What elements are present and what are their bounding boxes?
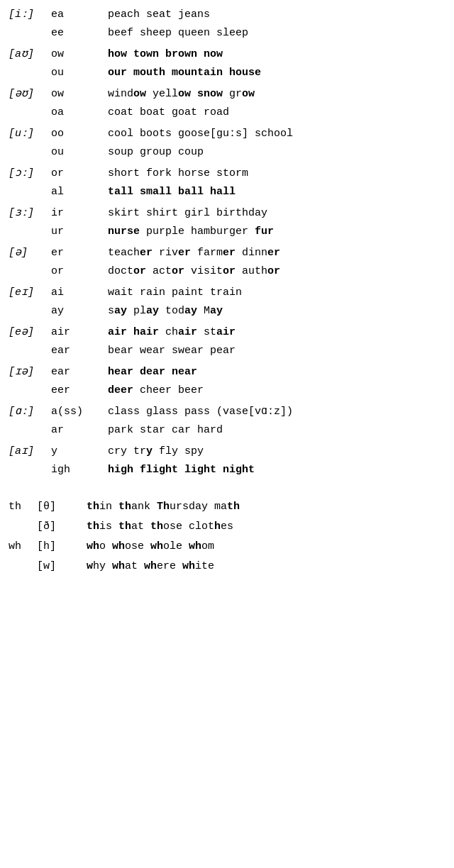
phoneme-symbol: [eə] bbox=[9, 325, 51, 338]
phoneme-symbol: [ɜː] bbox=[9, 206, 51, 219]
vowel-row: [ɜː]irskirt shirt girl birthday bbox=[9, 204, 445, 224]
spelling-pattern: al bbox=[51, 186, 108, 198]
example-words: deer cheer beer bbox=[108, 384, 445, 396]
vowel-row: [eɪ]aiwait rain paint train bbox=[9, 284, 445, 304]
vowel-row: [ɑː]a(ss)class glass pass (vase[vɑːz]) bbox=[9, 403, 445, 423]
example-words: beef sheep queen sleep bbox=[108, 27, 445, 39]
spelling-pattern: ay bbox=[51, 305, 108, 317]
vowel-row: ouour mouth mountain house bbox=[9, 65, 445, 85]
vowel-row: [uː]oocool boots goose[guːs] school bbox=[9, 125, 445, 145]
consonant-label: wh bbox=[9, 540, 37, 552]
example-words: bear wear swear pear bbox=[108, 345, 445, 357]
spelling-pattern: ea bbox=[51, 9, 108, 21]
consonant-row: th[θ]thin thank Thursday math bbox=[9, 499, 445, 519]
ipa-symbol: [w] bbox=[37, 560, 87, 572]
spelling-pattern: ou bbox=[51, 67, 108, 79]
example-words: wait rain paint train bbox=[108, 286, 445, 299]
example-words: how town brown now bbox=[108, 48, 445, 60]
phonics-table: [iː]eapeach seat jeanseebeef sheep queen… bbox=[9, 6, 445, 579]
example-words: short fork horse storm bbox=[108, 167, 445, 179]
example-words: doctor actor visitor author bbox=[108, 265, 445, 277]
example-words: soup group coup bbox=[108, 146, 445, 158]
spelling-pattern: ar bbox=[51, 424, 108, 436]
example-words: coat boat goat road bbox=[108, 106, 445, 118]
vowel-row: ordoctor actor visitor author bbox=[9, 264, 445, 284]
vowel-row: ousoup group coup bbox=[9, 145, 445, 165]
example-words: say play today May bbox=[108, 305, 445, 317]
phoneme-symbol: [ɪə] bbox=[9, 365, 51, 378]
example-words: who whose whole whom bbox=[87, 540, 445, 552]
vowel-row: [ə]erteacher river farmer dinner bbox=[9, 244, 445, 264]
spelling-pattern: air bbox=[51, 326, 108, 338]
example-words: cool boots goose[guːs] school bbox=[108, 126, 445, 140]
example-words: nurse purple hamburger fur bbox=[108, 226, 445, 238]
consonant-row: [w] why what where white bbox=[9, 559, 445, 579]
ipa-symbol: [h] bbox=[37, 540, 87, 552]
vowel-row: [iː]eapeach seat jeans bbox=[9, 6, 445, 26]
spelling-pattern: er bbox=[51, 247, 108, 259]
example-words: why what where white bbox=[87, 560, 445, 572]
example-words: tall small ball hall bbox=[108, 186, 445, 198]
consonant-label: th bbox=[9, 501, 37, 513]
vowel-section: [iː]eapeach seat jeanseebeef sheep queen… bbox=[9, 6, 445, 482]
vowel-row: [eə]airair hair chair stair bbox=[9, 323, 445, 343]
phoneme-symbol: [aɪ] bbox=[9, 444, 51, 457]
spelling-pattern: ou bbox=[51, 146, 108, 158]
consonant-section: th[θ]thin thank Thursday math[ð]this tha… bbox=[9, 499, 445, 579]
example-words: class glass pass (vase[vɑːz]) bbox=[108, 404, 445, 418]
vowel-row: [ɪə]earhear dear near bbox=[9, 363, 445, 383]
spelling-pattern: or bbox=[51, 167, 108, 179]
example-words: high flight light night bbox=[108, 464, 445, 476]
spelling-pattern: ur bbox=[51, 226, 108, 238]
spelling-pattern: ir bbox=[51, 207, 108, 219]
vowel-row: ighhigh flight light night bbox=[9, 462, 445, 482]
section-divider bbox=[9, 482, 445, 499]
spelling-pattern: ow bbox=[51, 88, 108, 100]
consonant-row: wh[h]who whose whole whom bbox=[9, 539, 445, 559]
example-words: window yellow snow grow bbox=[108, 88, 445, 100]
phoneme-symbol: [iː] bbox=[9, 7, 51, 21]
example-words: park star car hard bbox=[108, 424, 445, 436]
example-words: hear dear near bbox=[108, 366, 445, 378]
example-words: thin thank Thursday math bbox=[87, 501, 445, 513]
phoneme-symbol: [ə] bbox=[9, 245, 51, 259]
vowel-row: urnurse purple hamburger fur bbox=[9, 224, 445, 244]
spelling-pattern: eer bbox=[51, 384, 108, 396]
example-words: our mouth mountain house bbox=[108, 67, 445, 79]
consonant-row: [ð]this that those clothes bbox=[9, 519, 445, 539]
spelling-pattern: y bbox=[51, 445, 108, 457]
ipa-symbol: [ð] bbox=[37, 521, 87, 533]
vowel-row: [ɔː]orshort fork horse storm bbox=[9, 165, 445, 184]
example-words: cry try fly spy bbox=[108, 445, 445, 457]
spelling-pattern: ear bbox=[51, 345, 108, 357]
spelling-pattern: or bbox=[51, 265, 108, 277]
spelling-pattern: oa bbox=[51, 106, 108, 118]
vowel-row: arpark star car hard bbox=[9, 423, 445, 443]
vowel-row: [aɪ]ycry try fly spy bbox=[9, 443, 445, 462]
vowel-row: aysay play today May bbox=[9, 304, 445, 323]
spelling-pattern: oo bbox=[51, 128, 108, 140]
spelling-pattern: ai bbox=[51, 286, 108, 299]
phoneme-symbol: [aʊ] bbox=[9, 47, 51, 60]
example-words: peach seat jeans bbox=[108, 9, 445, 21]
vowel-row: [əʊ]owwindow yellow snow grow bbox=[9, 85, 445, 105]
vowel-row: eerdeer cheer beer bbox=[9, 383, 445, 403]
phoneme-symbol: [əʊ] bbox=[9, 87, 51, 100]
spelling-pattern: a(ss) bbox=[51, 406, 108, 418]
vowel-row: [aʊ]owhow town brown now bbox=[9, 45, 445, 65]
spelling-pattern: ow bbox=[51, 48, 108, 60]
spelling-pattern: igh bbox=[51, 464, 108, 476]
vowel-row: altall small ball hall bbox=[9, 184, 445, 204]
spelling-pattern: ear bbox=[51, 366, 108, 378]
vowel-row: oacoat boat goat road bbox=[9, 105, 445, 125]
phoneme-symbol: [uː] bbox=[9, 126, 51, 140]
spelling-pattern: ee bbox=[51, 27, 108, 39]
example-words: air hair chair stair bbox=[108, 326, 445, 338]
vowel-row: eebeef sheep queen sleep bbox=[9, 26, 445, 45]
phoneme-symbol: [ɑː] bbox=[9, 404, 51, 418]
example-words: teacher river farmer dinner bbox=[108, 247, 445, 259]
phoneme-symbol: [ɔː] bbox=[9, 166, 51, 179]
example-words: skirt shirt girl birthday bbox=[108, 207, 445, 219]
ipa-symbol: [θ] bbox=[37, 501, 87, 513]
example-words: this that those clothes bbox=[87, 521, 445, 533]
